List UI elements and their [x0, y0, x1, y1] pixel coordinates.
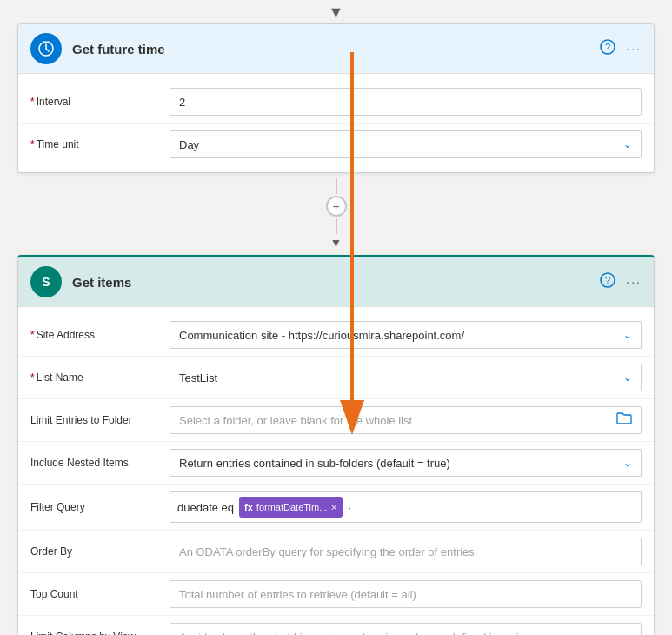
- limit-columns-select[interactable]: Avoid column threshold issues by only us…: [170, 623, 642, 635]
- site-address-required: *: [30, 329, 35, 341]
- site-address-select[interactable]: Communication site - https://curiousmira…: [170, 321, 642, 349]
- top-count-row: Top Count Total number of entries to ret…: [18, 573, 654, 616]
- card2-header: S Get items ? ···: [18, 257, 654, 307]
- chip-label: formatDateTim...: [256, 502, 328, 512]
- include-nested-chevron: ⌄: [623, 457, 632, 469]
- card1-help-icon[interactable]: ?: [600, 39, 615, 58]
- card1-actions: ? ···: [600, 39, 642, 58]
- filter-query-label: Filter Query: [30, 501, 170, 513]
- interval-input[interactable]: [170, 88, 642, 116]
- limit-entries-row: Limit Entries to Folder Select a folder,…: [18, 399, 654, 442]
- list-name-label: *List Name: [30, 371, 170, 384]
- card1-more-icon[interactable]: ···: [626, 42, 642, 56]
- chip-close-icon[interactable]: ✕: [330, 503, 337, 512]
- order-by-placeholder: An ODATA orderBy query for specifying th…: [179, 545, 477, 558]
- list-name-value: TestList: [179, 371, 217, 384]
- include-nested-select[interactable]: Return entries contained in sub-folders …: [170, 449, 642, 477]
- svg-text:?: ?: [605, 42, 610, 52]
- order-by-label: Order By: [30, 545, 170, 558]
- site-address-value: Communication site - https://curiousmira…: [179, 329, 464, 342]
- interval-row: *Interval: [18, 81, 654, 124]
- include-nested-label: Include Nested Items: [30, 457, 170, 469]
- top-count-placeholder: Total number of entries to retrieve (def…: [179, 588, 419, 601]
- connector-1: + ▼: [0, 173, 672, 255]
- list-name-chevron: ⌄: [623, 371, 632, 384]
- connector-line-bottom: [336, 218, 337, 234]
- list-name-required: *: [30, 371, 35, 384]
- top-count-label: Top Count: [30, 588, 170, 600]
- interval-label: *Interval: [30, 96, 170, 108]
- list-name-row: *List Name TestList ⌄: [18, 357, 654, 399]
- limit-columns-chevron: ⌄: [623, 631, 632, 635]
- time-unit-select[interactable]: Day ⌄: [170, 130, 642, 158]
- filter-query-prefix: duedate eq: [177, 501, 234, 514]
- top-connector-arrow: ▼: [0, 0, 672, 23]
- card2-help-icon[interactable]: ?: [600, 272, 615, 291]
- get-future-time-card: Get future time ? ··· *Interval *Time un…: [17, 23, 655, 173]
- include-nested-value: Return entries contained in sub-folders …: [179, 457, 450, 470]
- time-unit-chevron: ⌄: [623, 138, 632, 150]
- list-name-select[interactable]: TestList ⌄: [170, 364, 642, 391]
- order-by-input[interactable]: An ODATA orderBy query for specifying th…: [170, 538, 642, 565]
- limit-columns-row: Limit Columns by View Avoid column thres…: [18, 616, 654, 635]
- limit-entries-placeholder: Select a folder, or leave blank for the …: [179, 414, 609, 427]
- limit-columns-label: Limit Columns by View: [30, 631, 170, 635]
- connector-arrow-down: ▼: [330, 236, 343, 250]
- card2-more-icon[interactable]: ···: [626, 275, 642, 289]
- folder-icon: [616, 411, 632, 429]
- card2-form: *Site Address Communication site - https…: [18, 307, 654, 635]
- card2-title: Get items: [72, 275, 600, 290]
- card1-header: Get future time ? ···: [18, 24, 654, 74]
- fx-icon: fx: [244, 502, 253, 512]
- time-unit-label: *Time unit: [30, 138, 170, 150]
- time-unit-value: Day: [179, 138, 199, 151]
- site-address-chevron: ⌄: [623, 329, 632, 341]
- connector-line-top: [336, 178, 337, 194]
- limit-columns-placeholder: Avoid column threshold issues by only us…: [179, 631, 533, 636]
- card2-icon: S: [30, 266, 62, 297]
- limit-entries-label: Limit Entries to Folder: [30, 414, 170, 426]
- filter-query-input[interactable]: duedate eq fx formatDateTim... ✕ ·: [170, 491, 642, 523]
- card1-title: Get future time: [72, 42, 600, 57]
- time-unit-required: *: [30, 138, 35, 150]
- card1-form: *Interval *Time unit Day ⌄: [18, 74, 654, 172]
- card2-actions: ? ···: [600, 272, 642, 291]
- site-address-row: *Site Address Communication site - https…: [18, 314, 654, 357]
- site-address-label: *Site Address: [30, 329, 170, 341]
- limit-entries-input[interactable]: Select a folder, or leave blank for the …: [170, 406, 642, 434]
- time-unit-row: *Time unit Day ⌄: [18, 124, 654, 165]
- filter-query-row: Filter Query duedate eq fx formatDateTim…: [18, 485, 654, 531]
- filter-chip[interactable]: fx formatDateTim... ✕: [239, 497, 343, 518]
- interval-required: *: [30, 96, 35, 108]
- top-count-input[interactable]: Total number of entries to retrieve (def…: [170, 580, 642, 608]
- card1-icon: [30, 33, 62, 64]
- get-items-card: S Get items ? ··· *Site Address Communic…: [17, 255, 655, 635]
- svg-text:?: ?: [605, 275, 610, 285]
- order-by-row: Order By An ODATA orderBy query for spec…: [18, 531, 654, 573]
- add-step-button[interactable]: +: [326, 196, 347, 217]
- include-nested-row: Include Nested Items Return entries cont…: [18, 442, 654, 485]
- filter-query-suffix: ·: [348, 501, 351, 514]
